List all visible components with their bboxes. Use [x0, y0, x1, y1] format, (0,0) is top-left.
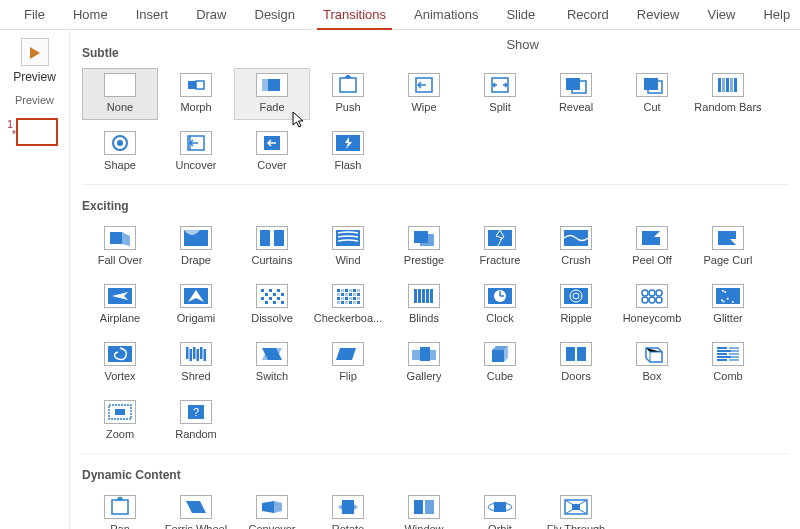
- transition-airplane[interactable]: Airplane: [82, 279, 158, 331]
- transition-curtains[interactable]: Curtains: [234, 221, 310, 273]
- transition-grid: PanFerris WheelConveyorRotateWindowOrbit…: [82, 490, 788, 529]
- svg-point-90: [722, 290, 724, 292]
- transition-vortex[interactable]: Vortex: [82, 337, 158, 389]
- transition-orbit[interactable]: Orbit: [462, 490, 538, 529]
- transition-fall-over[interactable]: Fall Over: [82, 221, 158, 273]
- preview-button[interactable]: Preview: [13, 38, 56, 84]
- transition-wipe[interactable]: Wipe: [386, 68, 462, 120]
- ribbon-tab-record[interactable]: Record: [553, 0, 623, 30]
- transition-peel-off[interactable]: Peel Off: [614, 221, 690, 273]
- svg-rect-31: [642, 231, 660, 245]
- transition-prestige[interactable]: Prestige: [386, 221, 462, 273]
- ribbon-tab-draw[interactable]: Draw: [182, 0, 240, 30]
- transition-uncover[interactable]: Uncover: [158, 126, 234, 178]
- transition-gallery[interactable]: Gallery: [386, 337, 462, 389]
- gallery-section-subtle: SubtleNoneMorphFadePushWipeSplitRevealCu…: [82, 46, 788, 178]
- transition-label: Flash: [335, 159, 362, 171]
- transition-cut[interactable]: Cut: [614, 68, 690, 120]
- transition-ripple[interactable]: Ripple: [538, 279, 614, 331]
- transition-label: Page Curl: [704, 254, 753, 266]
- transition-blinds[interactable]: Blinds: [386, 279, 462, 331]
- ribbon-tab-view[interactable]: View: [693, 0, 749, 30]
- transition-rotate[interactable]: Rotate: [310, 490, 386, 529]
- transition-drape[interactable]: Drape: [158, 221, 234, 273]
- svg-point-86: [656, 297, 662, 303]
- transition-label: Reveal: [559, 101, 593, 113]
- transition-glitter[interactable]: Glitter: [690, 279, 766, 331]
- transition-cube[interactable]: Cube: [462, 337, 538, 389]
- svg-rect-1: [196, 81, 204, 89]
- svg-rect-29: [488, 230, 512, 246]
- transition-random-bars[interactable]: Random Bars: [690, 68, 766, 120]
- ribbon-tab-help[interactable]: Help: [749, 0, 800, 30]
- svg-rect-70: [357, 301, 360, 304]
- transition-morph[interactable]: Morph: [158, 68, 234, 120]
- svg-rect-64: [357, 297, 360, 300]
- transition-window[interactable]: Window: [386, 490, 462, 529]
- transition-grid: NoneMorphFadePushWipeSplitRevealCutRando…: [82, 68, 788, 178]
- svg-rect-103: [430, 350, 436, 360]
- transition-honeycomb[interactable]: Honeycomb: [614, 279, 690, 331]
- gallery-icon: [408, 342, 440, 366]
- ribbon-tab-home[interactable]: Home: [59, 0, 122, 30]
- transition-wind[interactable]: Wind: [310, 221, 386, 273]
- transition-cover[interactable]: Cover: [234, 126, 310, 178]
- svg-rect-39: [273, 293, 276, 296]
- transition-none[interactable]: None: [82, 68, 158, 120]
- transition-shred[interactable]: Shred: [158, 337, 234, 389]
- uncover-icon: [180, 131, 212, 155]
- transition-split[interactable]: Split: [462, 68, 538, 120]
- ribbon-tab-slide-show[interactable]: Slide Show: [492, 0, 553, 30]
- flip-icon: [332, 342, 364, 366]
- zoom-icon: [104, 400, 136, 424]
- transition-clock[interactable]: Clock: [462, 279, 538, 331]
- transition-fade[interactable]: Fade: [234, 68, 310, 120]
- transition-dissolve[interactable]: Dissolve: [234, 279, 310, 331]
- transition-random[interactable]: ?Random: [158, 395, 234, 447]
- transition-pan[interactable]: Pan: [82, 490, 158, 529]
- transition-comb[interactable]: Comb: [690, 337, 766, 389]
- svg-rect-38: [265, 293, 268, 296]
- transition-zoom[interactable]: Zoom: [82, 395, 158, 447]
- transition-label: Ripple: [560, 312, 591, 324]
- transition-conveyor[interactable]: Conveyor: [234, 490, 310, 529]
- transition-push[interactable]: Push: [310, 68, 386, 120]
- svg-rect-123: [425, 500, 434, 514]
- svg-rect-58: [357, 293, 360, 296]
- ribbon-tab-file[interactable]: File: [10, 0, 59, 30]
- transition-fly-through[interactable]: Fly Through: [538, 490, 614, 529]
- glitter-icon: [712, 284, 744, 308]
- pagecurl-icon: [712, 226, 744, 250]
- transition-switch[interactable]: Switch: [234, 337, 310, 389]
- transition-page-curl[interactable]: Page Curl: [690, 221, 766, 273]
- ribbon-tab-review[interactable]: Review: [623, 0, 694, 30]
- transition-fracture[interactable]: Fracture: [462, 221, 538, 273]
- svg-rect-14: [730, 78, 733, 92]
- transition-crush[interactable]: Crush: [538, 221, 614, 273]
- slide-thumbnails: 1 *: [0, 118, 69, 146]
- transition-shape[interactable]: Shape: [82, 126, 158, 178]
- svg-point-91: [723, 301, 725, 303]
- transition-flash[interactable]: Flash: [310, 126, 386, 178]
- transition-reveal[interactable]: Reveal: [538, 68, 614, 120]
- svg-point-17: [117, 140, 123, 146]
- svg-rect-46: [281, 301, 284, 304]
- shred-icon: [180, 342, 212, 366]
- svg-rect-63: [353, 297, 356, 300]
- ribbon-tab-insert[interactable]: Insert: [122, 0, 183, 30]
- transition-checkerboa-[interactable]: Checkerboa...: [310, 279, 386, 331]
- ribbon-tab-transitions[interactable]: Transitions: [309, 0, 400, 30]
- transition-flip[interactable]: Flip: [310, 337, 386, 389]
- ribbon-tab-design[interactable]: Design: [241, 0, 309, 30]
- section-title: Subtle: [82, 46, 788, 60]
- transition-ferris-wheel[interactable]: Ferris Wheel: [158, 490, 234, 529]
- ribbon-tab-animations[interactable]: Animations: [400, 0, 492, 30]
- svg-rect-48: [341, 289, 344, 292]
- transition-box[interactable]: Box: [614, 337, 690, 389]
- transition-label: Uncover: [176, 159, 217, 171]
- slide-thumbnail-1[interactable]: [16, 118, 58, 146]
- transition-origami[interactable]: Origami: [158, 279, 234, 331]
- curtains-icon: [256, 226, 288, 250]
- transition-doors[interactable]: Doors: [538, 337, 614, 389]
- svg-rect-32: [718, 231, 736, 245]
